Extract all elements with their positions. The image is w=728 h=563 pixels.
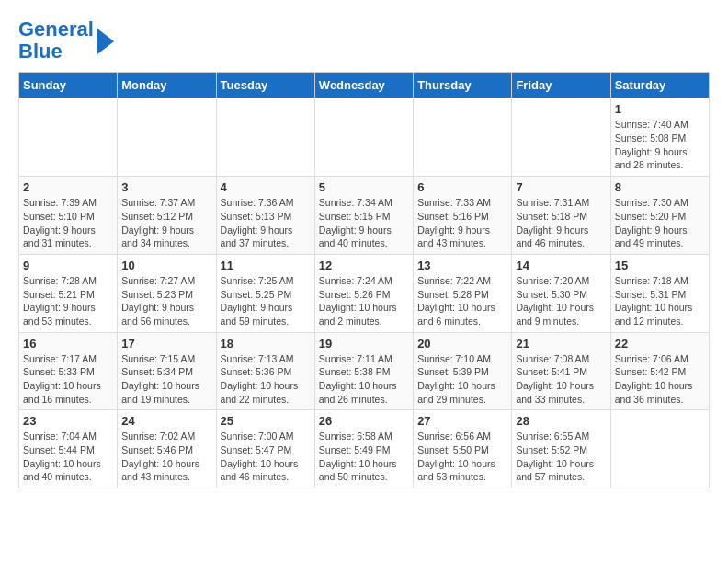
- day-number: 20: [417, 337, 507, 350]
- calendar-week-row: 2Sunrise: 7:39 AM Sunset: 5:10 PM Daylig…: [19, 177, 710, 255]
- calendar-cell: 26Sunrise: 6:58 AM Sunset: 5:49 PM Dayli…: [314, 410, 413, 488]
- day-info: Sunrise: 6:58 AM Sunset: 5:49 PM Dayligh…: [319, 430, 409, 484]
- day-info: Sunrise: 7:36 AM Sunset: 5:13 PM Dayligh…: [221, 196, 311, 250]
- day-info: Sunrise: 7:11 AM Sunset: 5:38 PM Dayligh…: [319, 352, 409, 407]
- day-number: 4: [221, 180, 311, 194]
- column-header-thursday: Thursday: [414, 73, 512, 98]
- day-number: 15: [615, 259, 705, 272]
- calendar-cell: 28Sunrise: 6:55 AM Sunset: 5:52 PM Dayli…: [512, 410, 610, 488]
- day-number: 27: [417, 414, 507, 428]
- calendar-cell: 12Sunrise: 7:24 AM Sunset: 5:26 PM Dayli…: [314, 254, 413, 332]
- calendar-cell: 20Sunrise: 7:10 AM Sunset: 5:39 PM Dayli…: [414, 332, 512, 410]
- calendar-cell: [118, 98, 216, 177]
- column-header-saturday: Saturday: [610, 73, 709, 98]
- day-info: Sunrise: 7:04 AM Sunset: 5:44 PM Dayligh…: [23, 430, 113, 484]
- day-number: 16: [23, 337, 113, 350]
- day-number: 9: [23, 259, 113, 272]
- calendar-cell: 27Sunrise: 6:56 AM Sunset: 5:50 PM Dayli…: [414, 410, 512, 488]
- column-header-wednesday: Wednesday: [314, 73, 413, 98]
- calendar-cell: 2Sunrise: 7:39 AM Sunset: 5:10 PM Daylig…: [19, 177, 118, 255]
- calendar-header-row: SundayMondayTuesdayWednesdayThursdayFrid…: [19, 73, 710, 98]
- calendar-table: SundayMondayTuesdayWednesdayThursdayFrid…: [18, 72, 710, 488]
- day-number: 18: [221, 337, 311, 350]
- day-info: Sunrise: 7:34 AM Sunset: 5:15 PM Dayligh…: [319, 196, 409, 250]
- day-number: 12: [319, 259, 409, 272]
- logo-blue: Blue: [18, 40, 63, 63]
- logo-general: General: [18, 17, 94, 40]
- calendar-cell: 7Sunrise: 7:31 AM Sunset: 5:18 PM Daylig…: [512, 177, 610, 255]
- calendar-cell: 16Sunrise: 7:17 AM Sunset: 5:33 PM Dayli…: [19, 332, 118, 410]
- calendar-cell: [512, 98, 610, 177]
- calendar-cell: 3Sunrise: 7:37 AM Sunset: 5:12 PM Daylig…: [118, 177, 216, 255]
- calendar-cell: [414, 98, 512, 177]
- day-number: 23: [23, 414, 113, 428]
- day-info: Sunrise: 7:27 AM Sunset: 5:23 PM Dayligh…: [121, 274, 211, 328]
- day-number: 26: [319, 414, 409, 428]
- day-info: Sunrise: 7:25 AM Sunset: 5:25 PM Dayligh…: [221, 274, 311, 328]
- day-info: Sunrise: 7:17 AM Sunset: 5:33 PM Dayligh…: [23, 352, 113, 407]
- calendar-cell: 14Sunrise: 7:20 AM Sunset: 5:30 PM Dayli…: [512, 254, 610, 332]
- column-header-sunday: Sunday: [19, 73, 118, 98]
- calendar-cell: 25Sunrise: 7:00 AM Sunset: 5:47 PM Dayli…: [216, 410, 314, 488]
- calendar-cell: [610, 410, 709, 488]
- calendar-cell: 18Sunrise: 7:13 AM Sunset: 5:36 PM Dayli…: [216, 332, 314, 410]
- column-header-tuesday: Tuesday: [216, 73, 314, 98]
- calendar-cell: 17Sunrise: 7:15 AM Sunset: 5:34 PM Dayli…: [118, 332, 216, 410]
- day-number: 8: [615, 180, 705, 194]
- day-number: 6: [417, 180, 507, 194]
- day-number: 14: [516, 259, 606, 272]
- day-number: 22: [615, 337, 705, 350]
- day-info: Sunrise: 7:37 AM Sunset: 5:12 PM Dayligh…: [121, 196, 211, 250]
- day-number: 1: [615, 102, 705, 116]
- day-info: Sunrise: 7:20 AM Sunset: 5:30 PM Dayligh…: [516, 274, 606, 328]
- day-number: 10: [121, 259, 211, 272]
- day-number: 21: [516, 337, 606, 350]
- calendar-cell: [314, 98, 413, 177]
- day-info: Sunrise: 6:56 AM Sunset: 5:50 PM Dayligh…: [417, 430, 507, 484]
- day-info: Sunrise: 7:00 AM Sunset: 5:47 PM Dayligh…: [221, 430, 311, 484]
- calendar-cell: 6Sunrise: 7:33 AM Sunset: 5:16 PM Daylig…: [414, 177, 512, 255]
- column-header-monday: Monday: [118, 73, 216, 98]
- calendar-cell: 22Sunrise: 7:06 AM Sunset: 5:42 PM Dayli…: [610, 332, 709, 410]
- calendar-cell: [19, 98, 118, 177]
- day-number: 13: [417, 259, 507, 272]
- calendar-week-row: 1Sunrise: 7:40 AM Sunset: 5:08 PM Daylig…: [19, 98, 710, 177]
- day-info: Sunrise: 7:13 AM Sunset: 5:36 PM Dayligh…: [221, 352, 311, 407]
- calendar-cell: 4Sunrise: 7:36 AM Sunset: 5:13 PM Daylig…: [216, 177, 314, 255]
- day-number: 24: [121, 414, 211, 428]
- calendar-week-row: 16Sunrise: 7:17 AM Sunset: 5:33 PM Dayli…: [19, 332, 710, 410]
- day-number: 19: [319, 337, 409, 350]
- day-info: Sunrise: 7:33 AM Sunset: 5:16 PM Dayligh…: [417, 196, 507, 250]
- day-info: Sunrise: 7:40 AM Sunset: 5:08 PM Dayligh…: [615, 118, 705, 172]
- day-info: Sunrise: 7:24 AM Sunset: 5:26 PM Dayligh…: [319, 274, 409, 328]
- day-number: 5: [319, 180, 409, 194]
- calendar-cell: 13Sunrise: 7:22 AM Sunset: 5:28 PM Dayli…: [414, 254, 512, 332]
- day-info: Sunrise: 7:02 AM Sunset: 5:46 PM Dayligh…: [121, 430, 211, 484]
- logo-text: General Blue: [18, 18, 94, 63]
- day-info: Sunrise: 7:28 AM Sunset: 5:21 PM Dayligh…: [23, 274, 113, 328]
- day-info: Sunrise: 7:06 AM Sunset: 5:42 PM Dayligh…: [615, 352, 705, 407]
- calendar-cell: [216, 98, 314, 177]
- day-number: 17: [121, 337, 211, 350]
- calendar-cell: 23Sunrise: 7:04 AM Sunset: 5:44 PM Dayli…: [19, 410, 118, 488]
- day-number: 25: [221, 414, 311, 428]
- day-info: Sunrise: 7:31 AM Sunset: 5:18 PM Dayligh…: [516, 196, 606, 250]
- day-info: Sunrise: 7:10 AM Sunset: 5:39 PM Dayligh…: [417, 352, 507, 407]
- column-header-friday: Friday: [512, 73, 610, 98]
- calendar-cell: 9Sunrise: 7:28 AM Sunset: 5:21 PM Daylig…: [19, 254, 118, 332]
- day-number: 2: [23, 180, 113, 194]
- day-info: Sunrise: 7:30 AM Sunset: 5:20 PM Dayligh…: [615, 196, 705, 250]
- calendar-week-row: 23Sunrise: 7:04 AM Sunset: 5:44 PM Dayli…: [19, 410, 710, 488]
- calendar-cell: 5Sunrise: 7:34 AM Sunset: 5:15 PM Daylig…: [314, 177, 413, 255]
- calendar-cell: 11Sunrise: 7:25 AM Sunset: 5:25 PM Dayli…: [216, 254, 314, 332]
- calendar-cell: 21Sunrise: 7:08 AM Sunset: 5:41 PM Dayli…: [512, 332, 610, 410]
- calendar-cell: 19Sunrise: 7:11 AM Sunset: 5:38 PM Dayli…: [314, 332, 413, 410]
- calendar-cell: 8Sunrise: 7:30 AM Sunset: 5:20 PM Daylig…: [610, 177, 709, 255]
- calendar-cell: 10Sunrise: 7:27 AM Sunset: 5:23 PM Dayli…: [118, 254, 216, 332]
- logo: General Blue: [18, 18, 114, 63]
- calendar-cell: 1Sunrise: 7:40 AM Sunset: 5:08 PM Daylig…: [610, 98, 709, 177]
- calendar-cell: 24Sunrise: 7:02 AM Sunset: 5:46 PM Dayli…: [118, 410, 216, 488]
- day-number: 11: [221, 259, 311, 272]
- day-number: 7: [516, 180, 606, 194]
- day-number: 3: [121, 180, 211, 194]
